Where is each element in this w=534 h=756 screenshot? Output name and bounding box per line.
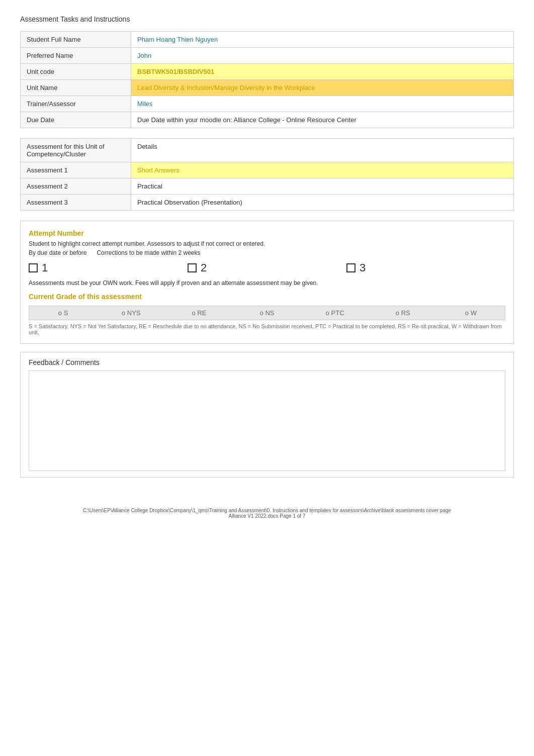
- label-assessment-cluster: Assessment for this Unit of Competency/C…: [21, 139, 131, 162]
- table-row: Trainer/Assessor Miles: [21, 96, 514, 112]
- value-assessment-3: Practical Observation (Presentation): [131, 195, 514, 211]
- table-row: Assessment 1 Short Answers: [21, 162, 514, 178]
- radio-nys-icon: o: [122, 309, 125, 317]
- attempt-corrections: Corrections to be made within 2 weeks: [97, 249, 200, 256]
- value-trainer: Miles: [131, 96, 514, 112]
- attempt-checkbox-3[interactable]: [346, 263, 355, 272]
- grade-s-label: S: [64, 309, 68, 317]
- grade-option-re[interactable]: o RE: [165, 309, 233, 317]
- footer: C:\Users\EP\Alliance College Dropbox\Com…: [20, 508, 514, 519]
- label-assessment-3: Assessment 3: [21, 195, 131, 211]
- value-assessment-1: Short Answers: [131, 162, 514, 178]
- radio-s-icon: o: [58, 309, 62, 317]
- footer-path: C:\Users\EP\Alliance College Dropbox\Com…: [20, 508, 514, 513]
- page-title: Assessment Tasks and Instructions: [20, 15, 514, 23]
- label-unit-code: Unit code: [21, 64, 131, 80]
- feedback-section: Feedback / Comments: [20, 352, 514, 478]
- table-row: Assessment for this Unit of Competency/C…: [21, 139, 514, 162]
- attempt-option-3[interactable]: 3: [346, 261, 505, 274]
- radio-ns-icon: o: [260, 309, 263, 317]
- footer-doc: Alliance V1 2022.docx Page 1 of 7: [20, 513, 514, 519]
- radio-ptc-icon: o: [326, 309, 329, 317]
- grade-option-ptc[interactable]: o PTC: [301, 309, 369, 317]
- value-assessment-2: Practical: [131, 178, 514, 195]
- table-row: Preferred Name John: [21, 48, 514, 64]
- feedback-title: Feedback / Comments: [29, 358, 505, 366]
- table-row: Assessment 3 Practical Observation (Pres…: [21, 195, 514, 211]
- value-student-full-name: Pham Hoang Thien Nguyen: [131, 32, 514, 48]
- assessment-info-table: Assessment for this Unit of Competency/C…: [20, 138, 514, 211]
- attempt-section: Attempt Number Student to highlight corr…: [20, 221, 514, 344]
- label-assessment-1: Assessment 1: [21, 162, 131, 178]
- grade-option-nys[interactable]: o NYS: [97, 309, 165, 317]
- attempt-number-3: 3: [360, 261, 366, 274]
- attempt-by-due: By due date or before: [29, 249, 86, 256]
- grade-note: S = Satisfactory, NYS = Not Yet Satisfac…: [29, 323, 505, 335]
- student-info-table: Student Full Name Pham Hoang Thien Nguye…: [20, 31, 514, 128]
- grade-option-ns[interactable]: o NS: [233, 309, 301, 317]
- table-row: Unit Name Lead Diversity & Inclusion/Man…: [21, 80, 514, 96]
- label-assessment-2: Assessment 2: [21, 178, 131, 195]
- attempt-option-1[interactable]: 1: [29, 261, 188, 274]
- own-work-note: Assessments must be your OWN work. Fees …: [29, 279, 505, 287]
- value-unit-code: BSBTWK501/BSBDIV501: [131, 64, 514, 80]
- grade-option-rs[interactable]: o RS: [369, 309, 437, 317]
- attempt-desc1: Student to highlight correct attempt num…: [29, 240, 505, 247]
- table-row: Unit code BSBTWK501/BSBDIV501: [21, 64, 514, 80]
- radio-re-icon: o: [192, 309, 195, 317]
- label-student-full-name: Student Full Name: [21, 32, 131, 48]
- attempt-number-2: 2: [201, 261, 207, 274]
- grade-ns-label: NS: [265, 309, 274, 317]
- grade-option-s[interactable]: o S: [29, 309, 97, 317]
- label-due-date: Due Date: [21, 112, 131, 128]
- attempt-checkbox-2[interactable]: [188, 263, 197, 272]
- value-unit-name: Lead Diversity & Inclusion/Manage Divers…: [131, 80, 514, 96]
- grade-w-label: W: [471, 309, 477, 317]
- label-unit-name: Unit Name: [21, 80, 131, 96]
- attempt-title: Attempt Number: [29, 229, 505, 237]
- label-preferred-name: Preferred Name: [21, 48, 131, 64]
- grade-options-row: o S o NYS o RE o NS o PTC o RS o W: [29, 306, 505, 320]
- attempt-number-1: 1: [42, 261, 48, 274]
- table-row: Due Date Due Date within your moodle on:…: [21, 112, 514, 128]
- table-row: Assessment 2 Practical: [21, 178, 514, 195]
- value-assessment-cluster: Details: [131, 139, 514, 162]
- radio-w-icon: o: [465, 309, 469, 317]
- grade-nys-label: NYS: [127, 309, 141, 317]
- attempt-option-2[interactable]: 2: [188, 261, 346, 274]
- grade-re-label: RE: [197, 309, 206, 317]
- table-row: Student Full Name Pham Hoang Thien Nguye…: [21, 32, 514, 48]
- grade-rs-label: RS: [401, 309, 410, 317]
- grade-ptc-label: PTC: [331, 309, 344, 317]
- attempt-checkbox-1[interactable]: [29, 263, 38, 272]
- feedback-box[interactable]: [29, 370, 505, 471]
- value-due-date: Due Date within your moodle on: Alliance…: [131, 112, 514, 128]
- attempt-options: 1 2 3: [29, 261, 505, 274]
- radio-rs-icon: o: [396, 309, 399, 317]
- label-trainer: Trainer/Assessor: [21, 96, 131, 112]
- grade-option-w[interactable]: o W: [437, 309, 505, 317]
- grade-title: Current Grade of this assessment: [29, 293, 505, 301]
- value-preferred-name: John: [131, 48, 514, 64]
